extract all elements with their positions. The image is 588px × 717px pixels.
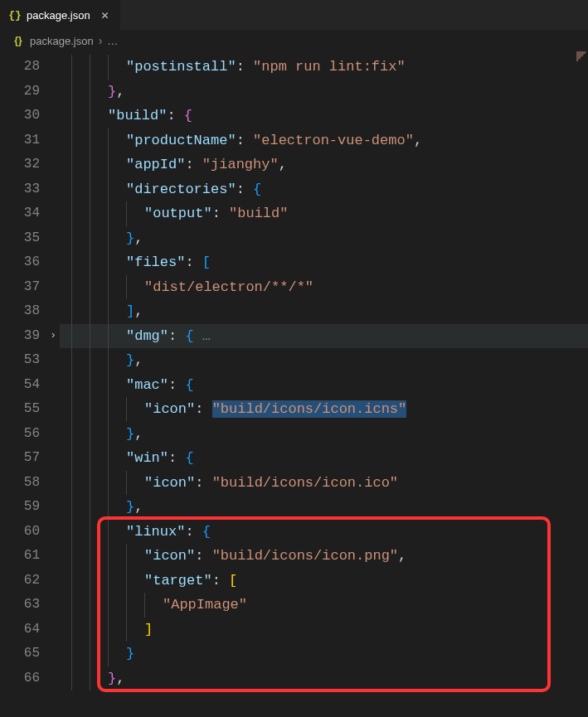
line-number: 55: [0, 397, 60, 422]
code-area[interactable]: "postinstall": "npm run lint:fix"},"buil…: [60, 51, 588, 690]
line-number: 37: [0, 275, 60, 300]
indent-guide: [71, 226, 72, 251]
line-number: 59: [0, 495, 60, 520]
line-number: 31: [0, 128, 60, 153]
code-line[interactable]: },: [60, 666, 588, 691]
breadcrumb[interactable]: {} package.json › …: [0, 30, 588, 51]
breadcrumb-more: …: [107, 35, 118, 47]
indent-guide: [71, 520, 72, 545]
indent-guide: [71, 569, 72, 593]
indent-guide: [144, 593, 145, 618]
tab-package-json[interactable]: {} package.json ✕: [0, 0, 121, 30]
indent-guide: [108, 128, 109, 153]
indent-guide: [126, 618, 127, 642]
token-punct: :: [168, 450, 185, 466]
indent-guide: [71, 299, 72, 324]
code-line[interactable]: "dmg": { …: [60, 324, 588, 349]
chevron-right-icon[interactable]: ›: [50, 324, 56, 349]
indent-guide: [108, 446, 109, 471]
indent-guide: [90, 422, 90, 447]
token-key: "productName": [126, 133, 236, 148]
token-punct: ,: [134, 230, 143, 246]
indent-guide: [108, 299, 109, 324]
token-brace3: }: [126, 646, 134, 661]
code-line[interactable]: },: [60, 495, 588, 520]
code-line[interactable]: "files": [: [60, 250, 588, 275]
token-string: "electron-vue-demo": [253, 133, 414, 148]
code-line[interactable]: "mac": {: [60, 373, 588, 398]
line-number: 61: [0, 544, 60, 569]
token-brace2: }: [108, 671, 116, 686]
editor[interactable]: 282930313233343536373839›535455565758596…: [0, 51, 588, 690]
line-number: 53: [0, 348, 60, 373]
token-brace3: {: [202, 524, 211, 540]
indent-guide: [71, 275, 72, 300]
code-line[interactable]: "linux": {: [60, 520, 588, 545]
indent-guide: [90, 446, 90, 471]
indent-guide: [71, 128, 72, 153]
indent-guide: [71, 642, 72, 666]
token-punct: :: [185, 254, 202, 270]
code-line[interactable]: }: [60, 642, 588, 666]
indent-guide: [90, 55, 90, 80]
indent-guide: [126, 471, 127, 496]
indent-guide: [90, 666, 90, 691]
code-line[interactable]: "postinstall": "npm run lint:fix": [60, 55, 588, 80]
json-icon: {}: [8, 8, 22, 22]
indent-guide: [108, 226, 109, 251]
code-line[interactable]: "icon": "build/icons/icon.icns": [60, 397, 588, 422]
token-string: "build/icons/icon.png": [212, 548, 398, 564]
code-line[interactable]: ],: [60, 299, 588, 324]
code-line[interactable]: "productName": "electron-vue-demo",: [60, 128, 588, 153]
code-line[interactable]: },: [60, 80, 588, 104]
code-line[interactable]: "target": [: [60, 569, 588, 593]
code-line[interactable]: "build": {: [60, 104, 588, 128]
token-punct: ,: [116, 84, 124, 99]
token-punct: ,: [134, 352, 143, 368]
indent-guide: [71, 177, 72, 202]
indent-guide: [71, 495, 72, 520]
indent-guide: [90, 618, 90, 642]
code-line[interactable]: },: [60, 226, 588, 251]
token-punct: :: [195, 548, 211, 564]
token-brace2: {: [184, 108, 192, 124]
indent-guide: [108, 250, 109, 275]
indent-guide: [108, 471, 109, 496]
code-line[interactable]: "AppImage": [60, 593, 588, 618]
line-number: 58: [0, 471, 60, 496]
token-punct: :: [236, 59, 253, 75]
indent-guide: [90, 153, 90, 177]
token-brace3: ]: [126, 303, 134, 319]
token-string: "dist/electron/**/*": [144, 279, 313, 295]
code-line[interactable]: "icon": "build/icons/icon.ico": [60, 471, 588, 496]
code-line[interactable]: "dist/electron/**/*": [60, 275, 588, 300]
token-key: "icon": [144, 475, 195, 491]
indent-guide: [90, 593, 90, 618]
token-punct: :: [195, 401, 211, 417]
code-line[interactable]: "icon": "build/icons/icon.png",: [60, 544, 588, 569]
code-line[interactable]: "appId": "jianghy",: [60, 153, 588, 177]
indent-guide: [71, 422, 72, 447]
indent-guide: [108, 373, 109, 398]
close-icon[interactable]: ✕: [99, 8, 112, 22]
token-key: "target": [144, 573, 212, 589]
code-line[interactable]: "win": {: [60, 446, 588, 471]
line-number: 35: [0, 226, 60, 251]
token-punct: ,: [134, 499, 143, 515]
code-line[interactable]: },: [60, 422, 588, 447]
indent-guide: [90, 471, 90, 496]
code-line[interactable]: "output": "build": [60, 201, 588, 226]
code-line[interactable]: ]: [60, 618, 588, 642]
line-number: 33: [0, 177, 60, 202]
token-punct: :: [185, 157, 202, 172]
code-line[interactable]: "directories": {: [60, 177, 588, 202]
code-line[interactable]: },: [60, 348, 588, 373]
indent-guide: [108, 569, 109, 593]
token-ellipsis: …: [194, 328, 211, 344]
token-punct: :: [167, 108, 183, 124]
indent-guide: [90, 520, 90, 545]
token-key: "win": [126, 450, 168, 466]
indent-guide: [71, 324, 72, 349]
indent-guide: [108, 618, 109, 642]
token-key: "appId": [126, 157, 185, 172]
